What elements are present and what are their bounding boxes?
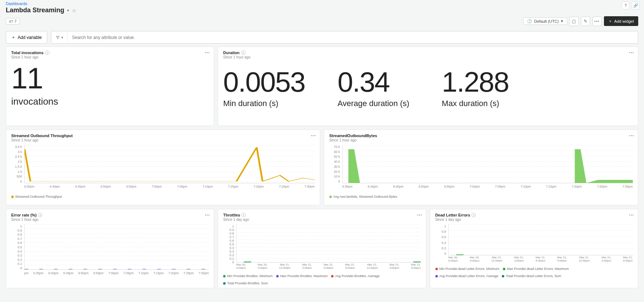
legend-dot xyxy=(223,282,226,285)
filter-icon[interactable]: ▾ xyxy=(51,32,68,43)
add-variable-label: Add variable xyxy=(18,35,42,40)
legend-dot xyxy=(329,196,332,198)
card-title: StreamedOutboundBytes xyxy=(329,134,377,138)
x-axis: 6:35pm6:40pm6:45pm6:50pm6:55pm7:00pm7:05… xyxy=(342,185,633,188)
metric-avg-value: 0.34 xyxy=(338,68,409,96)
card-menu-button[interactable]: ⋯ xyxy=(417,212,422,218)
y-axis: 70 k60 k50 k40 k30 k20 k10 k0 xyxy=(329,145,341,183)
line-chart xyxy=(449,224,633,255)
info-icon[interactable]: i xyxy=(471,213,476,217)
plus-icon: ＋ xyxy=(608,18,612,24)
x-axis: 6:35pm6:40pm6:45pm6:50pm6:55pm7:00pm7:05… xyxy=(24,185,315,188)
legend-label: Max Provider.dead Letter Errors. Maximum xyxy=(507,267,569,271)
metric-min-value: 0.0053 xyxy=(223,68,305,96)
x-axis: Mar 20,6:00pmMar 20,9:00pmMar 21,12:00am… xyxy=(448,256,633,263)
chart-area[interactable]: 70 k60 k50 k40 k30 k20 k10 k0 6:35pm6:40… xyxy=(329,145,633,188)
metric-avg-label: Average duration (s) xyxy=(338,99,409,108)
more-menu-button[interactable]: ⋯ xyxy=(592,17,602,26)
card-menu-button[interactable]: ⋯ xyxy=(205,212,210,218)
filter-bar: ▾ xyxy=(51,31,638,44)
card-dead-letter-errors: ⋯ Dead Letter Errors i Since 1 day ago 1… xyxy=(430,209,638,288)
card-subtitle: Since 1 day ago xyxy=(223,218,421,222)
chart-area[interactable]: 10.80.60.40.20 Mar 20,6:00pmMar 20,9:00p… xyxy=(435,224,633,261)
card-menu-button[interactable]: ⋯ xyxy=(629,212,634,218)
card-menu-button[interactable]: ⋯ xyxy=(205,50,210,56)
card-error-rate: ⋯ Error rate (%) i Since 1 hour ago 10.9… xyxy=(6,209,214,288)
card-subtitle: Since 1 hour ago xyxy=(223,55,633,59)
legend-label: Min Provider.throttles. Minimum xyxy=(227,274,273,278)
chart-legend: Avg Aws.lambda. Streamed Outbound Bytes xyxy=(329,195,633,198)
help-icon[interactable]: ? xyxy=(622,1,630,9)
legend-label: Avg Provider.dead Letter Errors. Average xyxy=(439,274,499,278)
add-variable-button[interactable]: ＋ Add variable xyxy=(6,31,47,44)
add-widget-button[interactable]: ＋ Add widget xyxy=(604,16,638,26)
x-axis: Mar 20,6:00pmMar 20,9:00pmMar 21,12:00am… xyxy=(236,263,421,270)
clock-icon: 🕑 xyxy=(527,19,532,23)
card-menu-button[interactable]: ⋯ xyxy=(311,133,316,139)
chevron-down-icon: ▾ xyxy=(561,19,563,23)
metric-max-value: 1.288 xyxy=(442,68,509,96)
card-title: Duration xyxy=(223,51,239,55)
tv-mode-icon[interactable]: ▢ xyxy=(569,17,579,26)
chart-area[interactable]: 10.90.80.70.60.50.40.30.20.10 pm6:35pm6:… xyxy=(11,224,209,275)
search-input[interactable] xyxy=(68,32,638,43)
legend-dot xyxy=(435,275,438,277)
card-menu-button[interactable]: ⋯ xyxy=(629,133,634,139)
x-axis: pm6:35pm6:40pm6:45pm6:50pm6:55pm7:00pm7:… xyxy=(24,271,209,275)
edit-icon[interactable]: ✎ xyxy=(581,17,590,26)
tag-icon: 🏷 xyxy=(9,19,13,23)
legend-dot xyxy=(435,268,438,270)
time-range-picker[interactable]: 🕑 Default (UTC) ▾ xyxy=(523,17,567,25)
legend-label: Total Provider.dead Letter Errors. Sum xyxy=(506,274,561,278)
legend-label: Total Provider.throttles. Sum xyxy=(227,281,268,285)
legend-dot xyxy=(502,275,504,277)
legend-dot xyxy=(11,196,14,198)
legend-label: Streamed Outbound Throughput xyxy=(15,195,62,198)
chart-area[interactable]: 3.5 k3 k2.5 k2 k1.5 k1 k5000 6:35pm6:40p… xyxy=(11,145,315,188)
card-subtitle: Since 1 hour ago xyxy=(11,218,209,222)
card-total-invocations: ⋯ Total invocations i Since 1 hour ago 1… xyxy=(6,47,214,126)
chart-legend: Min Provider.throttles. Minimum Max Prov… xyxy=(223,274,421,285)
line-chart xyxy=(236,224,421,262)
card-subtitle: Since 1 hour ago xyxy=(329,138,633,142)
legend-label: Avg Provider.throttles. Average xyxy=(335,274,379,278)
line-chart xyxy=(25,224,209,270)
chart-area[interactable]: 10.90.80.70.60.50.40.30.20.10 Mar 20,6:0… xyxy=(223,224,421,268)
info-icon[interactable]: i xyxy=(242,213,246,217)
line-chart xyxy=(25,145,315,183)
card-menu-button[interactable]: ⋯ xyxy=(629,50,634,56)
info-icon[interactable]: i xyxy=(45,51,49,55)
info-icon[interactable]: i xyxy=(241,51,245,55)
card-title: Streamed Outbound Throughput xyxy=(11,134,73,138)
chart-legend: Streamed Outbound Throughput xyxy=(11,195,315,198)
star-icon[interactable]: ☆ xyxy=(72,8,77,13)
chart-legend: Min Provider.dead Letter Errors. Minimum… xyxy=(435,267,633,278)
legend-dot xyxy=(223,275,226,277)
card-title: Error rate (%) xyxy=(11,213,36,217)
breadcrumb[interactable]: Dashboards xyxy=(6,1,638,6)
y-axis: 10.90.80.70.60.50.40.30.20.10 xyxy=(223,224,235,263)
legend-dot xyxy=(503,268,505,270)
card-subtitle: Since 1 hour ago xyxy=(11,138,315,142)
card-throughput: ⋯ Streamed Outbound Throughput Since 1 h… xyxy=(6,130,320,205)
card-subtitle: Since 1 day ago xyxy=(435,218,633,222)
card-title: Total invocations xyxy=(11,51,44,55)
time-range-label: Default (UTC) xyxy=(534,19,559,23)
legend-dot xyxy=(331,275,334,277)
tag-count: 7 xyxy=(14,19,17,23)
legend-dot xyxy=(276,275,279,277)
card-subtitle: Since 1 hour ago xyxy=(11,55,209,59)
metric-min-label: Min duration (s) xyxy=(223,99,305,108)
page-title: Lambda Streaming xyxy=(6,6,64,14)
tags-button[interactable]: 🏷 7 xyxy=(6,18,20,25)
chevron-down-icon[interactable]: ▾ xyxy=(67,8,69,12)
link-icon[interactable]: 🔗 xyxy=(632,1,640,9)
info-icon[interactable]: i xyxy=(38,213,42,217)
card-duration: ⋯ Duration i Since 1 hour ago 0.0053 Min… xyxy=(218,47,638,126)
card-title: Dead Letter Errors xyxy=(435,213,470,217)
metric-value: 11 xyxy=(11,64,209,93)
chevron-down-icon: ▾ xyxy=(61,36,63,39)
svg-marker-0 xyxy=(348,149,633,183)
card-outbound-bytes: ⋯ StreamedOutboundBytes Since 1 hour ago… xyxy=(324,130,638,205)
card-title: Throttles xyxy=(223,213,240,217)
